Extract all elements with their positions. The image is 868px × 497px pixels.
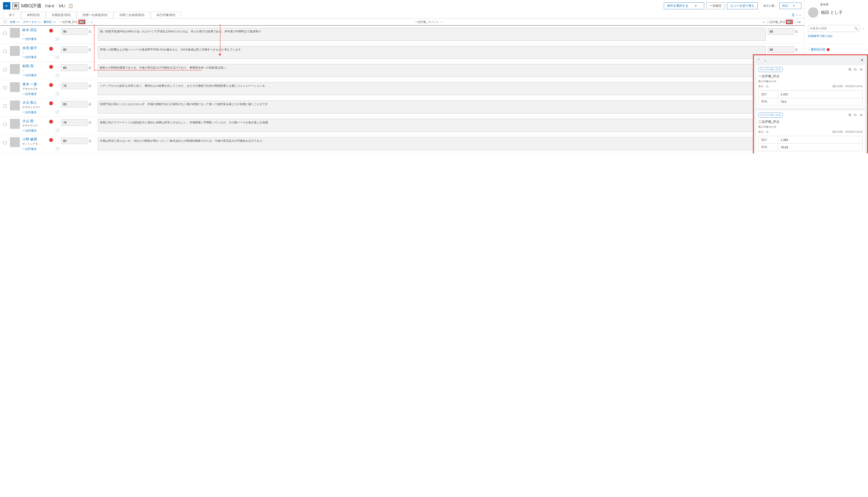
need-action-link[interactable]: 要対応(18) xyxy=(811,48,825,52)
clipboard-icon[interactable]: 📋 xyxy=(68,3,73,8)
col-prev-icon[interactable]: ‹ xyxy=(91,20,92,24)
aggregate-badge-2[interactable]: 集計 xyxy=(786,20,793,24)
avatar xyxy=(10,64,20,74)
row-checkbox[interactable] xyxy=(3,50,7,53)
row-checkbox[interactable] xyxy=(3,32,7,35)
avatar xyxy=(10,46,20,56)
score-unit: 点 xyxy=(88,30,91,33)
col-name[interactable]: 名前▲▼ xyxy=(10,20,23,24)
score1-input[interactable] xyxy=(61,101,88,108)
select-all-checkbox[interactable] xyxy=(4,20,6,23)
score1-input[interactable] xyxy=(61,46,88,53)
col-score1[interactable]: 一次評価_評点 集計 ▲▼ ‹ xyxy=(58,20,97,24)
operation-select[interactable]: 操作を選択する xyxy=(664,2,704,9)
person-name-link[interactable]: 大元 和人 xyxy=(23,100,49,105)
score1-input[interactable] xyxy=(61,138,88,144)
comment-box[interactable]: 来期に向けてマーケットの認知拡大に努めた成果は非常にすばらしい。市場調査に手間取… xyxy=(98,119,766,132)
comment-box[interactable]: 今期は受注に至らないが、当社との関係が薄かった〇〇株式会社との関係性構築できた点… xyxy=(98,137,766,150)
tab-pending[interactable]: 未対応(0) xyxy=(21,12,45,18)
tab-goal-2nd[interactable]: 目標二次承認済(0) xyxy=(114,12,150,18)
tab-goal-1st[interactable]: 目標一次承認済(0) xyxy=(77,12,113,18)
tab-prev-icon[interactable]: ‹ xyxy=(796,13,797,17)
table-row: 大元 和人 オオモトカズト 一次評価済 📄 点 目標予算が高かったにもかかわらず… xyxy=(0,98,805,117)
person-kana: オオヤマユウ xyxy=(23,124,49,127)
popup-up-icon[interactable]: ⌃ xyxy=(757,58,760,62)
document-icon[interactable]: 📄 xyxy=(55,110,59,114)
participant-name: 植田 とし子 xyxy=(821,10,842,15)
score1-input[interactable] xyxy=(61,65,88,71)
comment-box[interactable]: メディアからの反応も非常に良く、期待以上の結果を出してくれた。またその過程で社内… xyxy=(98,82,766,95)
copy-icon[interactable]: ⧉ xyxy=(849,68,851,72)
copy-icon[interactable]: ⧉ xyxy=(849,113,851,117)
person-name-link[interactable]: 青木 一貴 xyxy=(23,82,49,87)
tab-self-eval[interactable]: 自己評価済(0) xyxy=(151,12,181,18)
switch-view-button[interactable]: ビューを切り替え xyxy=(727,2,757,9)
row-checkbox[interactable] xyxy=(3,141,7,144)
popup-down-icon[interactable]: ⌄ xyxy=(764,58,767,62)
sort-icon: ▲▼ xyxy=(16,22,19,23)
document-icon[interactable]: 📄 xyxy=(55,74,59,77)
tab-all[interactable]: 全て xyxy=(3,12,21,18)
row-checkbox[interactable] xyxy=(3,68,7,71)
filter-link[interactable]: 詳細条件で絞り込む xyxy=(808,34,865,38)
document-icon[interactable]: 📄 xyxy=(55,38,59,41)
summary-n: 集計対象(n)=18 xyxy=(758,125,863,129)
back-arrow-icon xyxy=(5,4,9,8)
person-name-link[interactable]: 村田 亮 xyxy=(23,64,49,69)
bulk-confirm-button[interactable]: 一括確定 xyxy=(706,2,725,9)
refresh-icon[interactable]: ↻ xyxy=(854,68,857,72)
comment-box[interactable]: 高い目標予算(前年比108%)であったがクリア(予算比120%)できたのは、本人… xyxy=(98,28,766,41)
score1-input[interactable] xyxy=(61,119,88,126)
col-prev-icon[interactable]: ‹ xyxy=(763,20,764,24)
tab-next-icon[interactable]: › xyxy=(799,13,800,17)
back-button[interactable] xyxy=(3,2,10,10)
col-prev-icon[interactable]: ‹ xyxy=(797,20,798,24)
need-action-item[interactable]: ○ 要対応(18) xyxy=(808,44,865,52)
display-count-select[interactable]: 20人 xyxy=(779,3,801,9)
document-icon[interactable]: 📄 xyxy=(55,56,59,59)
row-checkbox[interactable] xyxy=(3,86,7,89)
person-name-link[interactable]: 大山 悠 xyxy=(23,119,49,123)
col-status[interactable]: ステータス▲▼ xyxy=(23,20,44,24)
person-kana: -- xyxy=(23,33,49,36)
close-icon[interactable]: ✕ xyxy=(860,68,863,72)
tab-goal-set[interactable]: 目標設定済(0) xyxy=(46,12,76,18)
score2-input[interactable] xyxy=(768,28,794,35)
col-need[interactable]: 要対応▲▼ xyxy=(44,20,58,24)
hamburger-icon[interactable]: ☰ xyxy=(792,13,795,17)
row-checkbox[interactable] xyxy=(3,104,7,108)
avatar xyxy=(10,137,20,147)
period-badge: 期 xyxy=(13,3,19,9)
score2-input[interactable] xyxy=(768,46,794,53)
person-name-link[interactable]: 余吾 順子 xyxy=(23,46,49,51)
col-comment[interactable]: 一次評価_コメント▲▼ xyxy=(97,20,761,24)
person-kana: -- xyxy=(23,69,49,72)
person-name-link[interactable]: 鈴木 欣弘 xyxy=(23,28,49,32)
close-icon[interactable]: ✕ xyxy=(860,113,863,117)
comment-box[interactable]: 顧客との関係性構築できた点、今後の受注拡大の可能性を広げており、事業部全体への貢… xyxy=(98,64,766,77)
comment-box[interactable]: 市場への影響および他メンバーの達成率平均56.2%を鑑みると、102%達成は高く… xyxy=(98,46,766,59)
row-checkbox[interactable] xyxy=(3,123,7,126)
aggregate-badge-1[interactable]: 集計 xyxy=(79,20,85,24)
score1-input[interactable] xyxy=(61,28,88,35)
summary-card-1: ナンバーボックス ⧉ ↻ ✕ 一次評価_評点 集計対象(n)=18 単位：点 集… xyxy=(755,65,865,108)
document-icon[interactable]: 📄 xyxy=(55,129,59,132)
document-icon[interactable]: 📄 xyxy=(55,147,59,151)
comment-box[interactable]: 目標予算が高かったにもかかわらず、市場の攻略方法に計画性がなく期の終盤になって焦… xyxy=(98,100,766,113)
document-icon[interactable]: 📄 xyxy=(55,92,59,96)
number-box-badge: ナンバーボックス xyxy=(758,67,783,72)
refresh-icon[interactable]: ↻ xyxy=(854,113,857,117)
person-name-link[interactable]: 小野 敏明 xyxy=(23,137,49,142)
star-icon[interactable]: ☆ xyxy=(861,26,865,31)
score1-input[interactable] xyxy=(61,83,88,89)
target-label: 対象者： 14人 xyxy=(45,4,66,8)
col-score2[interactable]: ‹ 二次評価_評点 集計 ▲▼ ‹ ‹‹ › xyxy=(761,20,805,24)
score-unit: 点 xyxy=(795,48,798,52)
rows-container: 鈴木 欣弘 -- 一次評価済 📄 点 高い目標予算(前年比108%)であったがク… xyxy=(0,26,805,153)
search-input[interactable]: 対象者を検索 🔍 xyxy=(808,25,860,32)
page-title: MBO評価 xyxy=(21,3,41,9)
popup-close-button[interactable]: ✕ xyxy=(860,58,864,62)
col-next-icon[interactable]: › xyxy=(800,20,801,24)
status-dot-icon xyxy=(49,101,53,105)
summary-nav: ⌃ ⌄ ✕ xyxy=(755,57,865,65)
